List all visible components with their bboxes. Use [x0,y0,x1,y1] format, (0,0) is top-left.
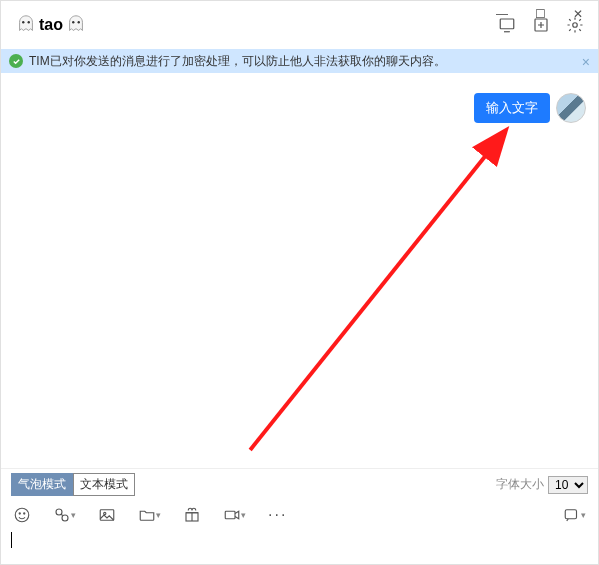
encryption-banner: TIM已对你发送的消息进行了加密处理，可以防止他人非法获取你的聊天内容。 × [1,49,598,73]
screenshot-button[interactable]: ▾ [53,506,76,524]
close-window-button[interactable]: ✕ [559,0,597,28]
ghost-icon-right [65,14,87,36]
history-button[interactable]: ▾ [563,506,586,524]
folder-button[interactable]: ▾ [138,506,161,524]
svg-point-8 [15,508,29,522]
font-size-select[interactable]: 10 [548,476,588,494]
emoji-button[interactable] [13,506,31,524]
svg-rect-17 [565,510,576,519]
banner-text: TIM已对你发送的消息进行了加密处理，可以防止他人非法获取你的聊天内容。 [29,53,446,70]
chevron-down-icon: ▾ [241,510,246,520]
check-icon [9,54,23,68]
banner-close-icon[interactable]: × [582,54,590,70]
chat-title: tao [15,14,87,36]
message-bubble[interactable]: 输入文字 [474,93,550,123]
input-toolbar: ▾ ▾ ▾ ··· ▾ [1,500,598,530]
more-button[interactable]: ··· [268,506,287,524]
svg-point-11 [56,509,62,515]
annotation-arrow [1,73,598,468]
message-input[interactable] [1,530,598,564]
ghost-icon-left [15,14,37,36]
mode-row: 气泡模式 文本模式 字体大小 10 [1,468,598,500]
chat-area: 输入文字 [1,73,598,468]
maximize-button[interactable]: ☐ [521,0,559,28]
svg-point-1 [28,21,30,23]
svg-point-9 [19,513,20,514]
svg-line-7 [250,151,489,450]
image-button[interactable] [98,506,116,524]
chevron-down-icon: ▾ [156,510,161,520]
avatar[interactable] [556,93,586,123]
message-row: 输入文字 [474,93,586,123]
svg-point-10 [24,513,25,514]
gift-button[interactable] [183,506,201,524]
tab-bubble-mode[interactable]: 气泡模式 [11,473,73,496]
svg-point-0 [22,21,24,23]
svg-point-2 [72,21,74,23]
chat-title-text: tao [39,16,63,34]
minimize-button[interactable]: — [483,0,521,28]
chevron-down-icon: ▾ [581,510,586,520]
svg-rect-16 [225,511,235,519]
chevron-down-icon: ▾ [71,510,76,520]
tab-text-mode[interactable]: 文本模式 [73,473,135,496]
font-size-label: 字体大小 [496,476,544,493]
video-button[interactable]: ▾ [223,506,246,524]
svg-point-3 [78,21,80,23]
svg-point-12 [62,515,68,521]
